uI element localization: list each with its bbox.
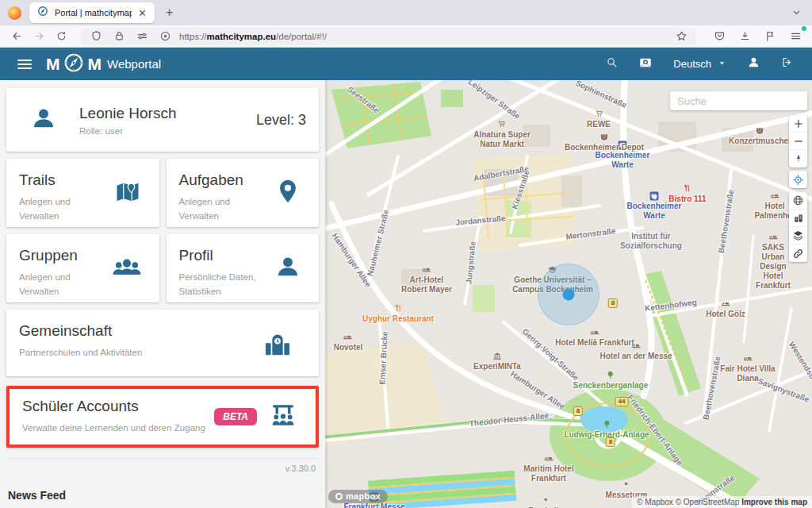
pin-icon	[274, 178, 301, 208]
app-name: Webportal	[107, 57, 161, 71]
map-label: Theodor-Heuss-Allee	[469, 411, 549, 429]
card-aufgaben[interactable]: Aufgaben Anlegen und Verwalten	[167, 159, 320, 227]
map-label: Senckenberganlage	[573, 371, 648, 391]
map-label: Hamburger Allee	[508, 369, 566, 411]
download-icon[interactable]	[736, 28, 753, 45]
bed-icon	[631, 341, 641, 351]
bed-icon	[590, 328, 599, 337]
bed-icon	[422, 265, 431, 275]
inbox-icon[interactable]	[638, 56, 653, 73]
dashboard-panel: Leonie Horsch Rolle: user Level: 3 Trail…	[0, 80, 325, 508]
shield-icon[interactable]	[87, 28, 105, 45]
map-label: Institut für Sozialforschung	[620, 232, 682, 251]
map-label: Kiesstraße	[510, 169, 531, 210]
map-label: Maritim Hotel Frankfurt	[523, 454, 573, 483]
permissions-icon[interactable]	[133, 28, 151, 45]
url-text: https://mathcitymap.eu/de/portal/#!/	[179, 32, 667, 41]
pocket-icon[interactable]	[710, 28, 728, 45]
map-label: Jungstraße	[464, 241, 478, 285]
reload-button[interactable]	[52, 28, 70, 45]
ubahn-icon: U	[617, 140, 627, 150]
card-gruppen[interactable]: Gruppen Anlegen und Verwalten	[6, 234, 159, 302]
card-schueler-accounts[interactable]: Schüler Accounts Verwalte deine Lernende…	[6, 386, 319, 448]
map-label: Westendstraße	[787, 340, 812, 393]
svg-text:U: U	[620, 142, 625, 149]
map-label: Hotel Meliä Frankfurt	[555, 328, 634, 348]
dot-icon	[623, 480, 630, 490]
card-trails[interactable]: Trails Anlegen und Verwalten	[6, 159, 159, 227]
account-icon[interactable]	[747, 56, 760, 72]
compass-button[interactable]	[789, 150, 807, 167]
map-label: Emser Brücke	[377, 331, 390, 385]
card-gemeinschaft[interactable]: Gemeinschaft Partnerschulen und Aktivitä…	[6, 310, 319, 376]
firefox-icon[interactable]	[8, 6, 21, 20]
compass-logo-icon	[63, 52, 85, 76]
locate-control	[789, 171, 807, 188]
forward-button[interactable]	[30, 28, 48, 45]
map-label: Bockenheimer Depot	[565, 133, 644, 152]
tab-close-icon[interactable]: ✕	[138, 7, 147, 19]
map-label: Hotel Gölz	[706, 299, 745, 319]
zoom-controls	[789, 115, 807, 167]
new-tab-button[interactable]: +	[166, 6, 173, 20]
browser-tab[interactable]: Portal | mathcitymap.eu ✕	[29, 2, 155, 23]
url-bar[interactable]: https://mathcitymap.eu/de/portal/#!/	[81, 28, 696, 45]
mcm-logo[interactable]: M M Webportal	[46, 52, 161, 76]
map-label: Konzertmuschel	[729, 126, 791, 146]
link-button[interactable]	[789, 244, 807, 262]
tab-title: Portal | mathcitymap.eu	[55, 8, 132, 17]
menu-button[interactable]	[787, 28, 804, 45]
card-profil[interactable]: Profil Persönliche Daten, Statistiken	[167, 234, 320, 302]
user-card[interactable]: Leonie Horsch Rolle: user Level: 3	[6, 88, 319, 152]
bookmark-star-icon[interactable]	[672, 28, 690, 45]
map-label: Leipziger Straße	[466, 80, 522, 121]
tab-list-chevron-icon[interactable]	[791, 6, 802, 21]
map-label: Beethovenstraße	[701, 356, 722, 421]
map-label: UBockenheimer Warte	[596, 140, 650, 170]
map-label: Uyghur Restaurant	[362, 304, 434, 324]
map-label: ExperiMINTa	[473, 352, 521, 371]
map-label: Bistro 111	[668, 184, 706, 204]
map-label: Beethovenstraße	[717, 189, 737, 254]
caret-down-icon	[718, 58, 726, 70]
menu-hamburger-icon[interactable]	[17, 60, 32, 69]
buildings-button[interactable]	[789, 210, 807, 227]
sidebar-flag-icon[interactable]	[761, 28, 779, 45]
map-search-input[interactable]	[670, 91, 807, 110]
route-shield: 8	[606, 437, 615, 447]
mapbox-logo[interactable]: mapbox	[328, 490, 388, 503]
map-label: Mertonstraße	[565, 226, 616, 242]
lock-icon[interactable]	[110, 28, 128, 45]
classroom-icon	[268, 400, 298, 433]
bed-icon	[721, 299, 730, 309]
layers-button[interactable]	[789, 227, 807, 244]
food-icon	[683, 184, 691, 194]
search-icon[interactable]	[606, 56, 618, 71]
locate-button[interactable]	[789, 171, 807, 188]
zoom-out-button[interactable]	[789, 133, 807, 150]
route-shield: 8	[573, 406, 583, 416]
school-building-icon	[262, 329, 293, 364]
map-label: Seestraße	[345, 85, 381, 116]
route-shield: 44	[615, 397, 629, 406]
map-canvas[interactable]: SeestraßeLeipziger StraßeSophienstraßeAd…	[325, 80, 812, 508]
museum-icon	[492, 352, 502, 361]
map-label: Hotel an der Messe	[599, 341, 672, 361]
globe-button[interactable]	[789, 192, 807, 210]
zoom-in-button[interactable]	[789, 115, 807, 133]
map-label: Novotel	[334, 333, 363, 352]
cart-icon	[595, 110, 603, 119]
back-button[interactable]	[8, 28, 25, 45]
language-selector[interactable]: Deutsch	[673, 58, 726, 70]
map-attribution[interactable]: © Mapbox © OpenStreetMap Improve this ma…	[632, 496, 812, 508]
logout-icon[interactable]	[781, 56, 793, 71]
map-label: Fair Hotel Villa Diana	[716, 354, 780, 383]
tree-icon	[606, 371, 615, 380]
current-location-marker	[563, 289, 575, 301]
map-label: Kettenhofweg	[644, 298, 697, 314]
map-label: Ludwig-Erhard-Anlage	[564, 420, 649, 440]
browser-tab-bar: Portal | mathcitymap.eu ✕ +	[0, 0, 812, 25]
map-label: SAKS Urban Design Hotel Frankfurt	[754, 233, 793, 291]
location-permission-icon[interactable]	[156, 28, 174, 45]
beta-badge: BETA	[214, 408, 257, 425]
